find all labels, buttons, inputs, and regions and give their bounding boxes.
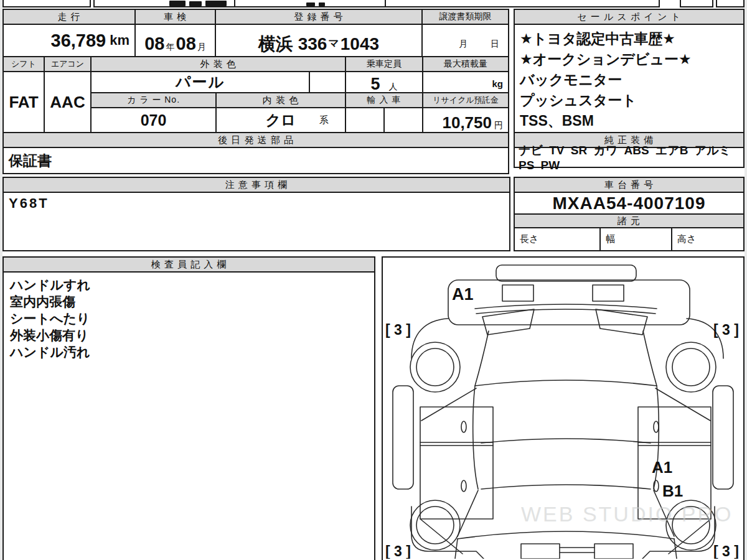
- aircon-label: エアコン: [51, 58, 84, 70]
- inspection-month-unit: 月: [197, 42, 206, 53]
- cutoff-text-fragment: [189, 1, 202, 6]
- diagram-seat-line-rear: [481, 485, 651, 489]
- spec-width-label: 幅: [606, 233, 615, 245]
- mileage-header: 走 行: [2, 9, 136, 25]
- specs-label: 諸 元: [618, 215, 641, 227]
- inspector-item: 室内内張傷: [10, 293, 368, 310]
- import-value-cell-right: [383, 107, 423, 133]
- inspector-item: シートへたり: [10, 310, 368, 327]
- mileage-label: 走 行: [57, 11, 80, 23]
- inspector-item: ハンドル汚れ: [10, 343, 368, 360]
- import-value-cell-left: [345, 107, 385, 133]
- max-load-value-cell: kg: [422, 71, 509, 93]
- cutoff-text-fragment: [205, 1, 227, 6]
- diagram-door-handle: [461, 421, 466, 432]
- diagram-hood-panel: [448, 280, 690, 325]
- aircon-header: エアコン: [44, 56, 92, 72]
- notes-box: Y68T: [2, 192, 510, 251]
- diagram-fender-left: [411, 319, 448, 358]
- recycle-fee-value: 10,750: [442, 113, 492, 133]
- sales-points-header: セ ー ル ス ポ イ ン ト: [514, 9, 745, 25]
- car-diagram-box: WEB STUDIO PRO A1 [ 3 ] [ 3 ] A1 B1 [ 3 …: [382, 256, 745, 560]
- recycle-fee-unit: 円: [494, 120, 503, 131]
- diagram-wheel-front-right: [666, 342, 716, 392]
- inspection-month: 08: [176, 34, 196, 54]
- cutoff-row-cell: [2, 0, 91, 7]
- diagram-mark-corner-rear-left: [ 3 ]: [385, 543, 411, 559]
- auction-sheet: 走 行 車 検 登 録 番 号 譲渡書類期限 36,789 km 08 年 08…: [0, 0, 747, 560]
- diagram-wiper-left: [482, 309, 534, 335]
- inspector-item: ハンドルすれ: [10, 276, 368, 293]
- interior-color-suffix: 系: [319, 114, 329, 126]
- cutoff-row-cell: [716, 0, 745, 7]
- import-header: 輸 入 車: [345, 92, 423, 108]
- aircon-value: AAC: [50, 93, 85, 112]
- spec-height-label: 高さ: [677, 233, 696, 245]
- diagram-cabin-sides: [473, 386, 659, 489]
- inspection-value-cell: 08 年 08 月: [134, 24, 216, 57]
- diagram-mark-front-a1: A1: [452, 285, 474, 304]
- chassis-value-cell: MXAA54-4007109: [514, 192, 745, 215]
- cutoff-row-cell: [385, 0, 660, 7]
- sales-point-item: ★オークションデビュー★: [520, 49, 738, 70]
- inspection-year-unit: 年: [166, 42, 175, 53]
- sales-point-item: プッシュスタート: [520, 90, 738, 111]
- inspector-label: 検 査 員 記 入 欄: [151, 259, 227, 271]
- spec-length-cell: 長さ: [514, 227, 602, 251]
- registration-label: 登 録 番 号: [294, 11, 344, 23]
- shift-value-cell: FAT: [2, 71, 45, 133]
- capacity-value: 5: [370, 75, 380, 94]
- diagram-door-handle: [461, 480, 466, 492]
- mileage-unit: km: [110, 32, 129, 49]
- inspection-header: 車 検: [134, 9, 216, 25]
- recycle-fee-value-cell: 10,750 円: [422, 107, 509, 133]
- diagram-cowl: [475, 304, 657, 314]
- notes-value: Y68T: [9, 195, 49, 212]
- transfer-docs-value-cell: 月 日: [421, 24, 509, 57]
- page-edge-right: [745, 0, 747, 560]
- diagram-a-pillar-right: [655, 388, 710, 421]
- transfer-docs-header: 譲渡書類期限: [421, 9, 509, 25]
- spec-length-label: 長さ: [520, 233, 538, 245]
- color-no-value: 070: [141, 111, 167, 129]
- interior-color-header: 内 装 色: [215, 92, 346, 108]
- cutoff-text-fragment: [319, 2, 325, 6]
- sales-point-item: ★トヨタ認定中古車歴★: [520, 29, 738, 49]
- inspector-header: 検 査 員 記 入 欄: [2, 256, 375, 273]
- transfer-docs-label: 譲渡書類期限: [439, 11, 492, 22]
- interior-color-label: 内 装 色: [263, 95, 299, 106]
- specs-header: 諸 元: [514, 213, 745, 228]
- sales-points-box: ★トヨタ認定中古車歴★ ★オークションデビュー★ バックモニター プッシュスター…: [514, 24, 745, 133]
- later-parts-label: 後 日 発 送 部 品: [218, 134, 294, 146]
- registration-header: 登 録 番 号: [215, 9, 423, 25]
- registration-kana: マ: [328, 36, 339, 50]
- sales-point-item: TSS、BSM: [520, 111, 738, 131]
- equipment-value-cell: ナビ TV SR カワ ABS エアB アルミ PS PW: [514, 147, 745, 168]
- cutoff-text-fragment: [169, 1, 186, 6]
- color-no-header: カ ラ ー No.: [90, 92, 217, 108]
- capacity-header: 乗車定員: [345, 56, 423, 72]
- diagram-headlight-right: [593, 285, 624, 301]
- diagram-mark-corner-front-left: [ 3 ]: [385, 322, 411, 338]
- shift-header: シフト: [2, 56, 45, 72]
- notes-label: 注 意 事 項 欄: [225, 179, 288, 191]
- capacity-value-cell: 5 人: [345, 71, 423, 93]
- exterior-color-label: 外 装 色: [200, 58, 236, 70]
- exterior-color-value: パール: [176, 72, 225, 92]
- diagram-rocker-right: [713, 386, 733, 489]
- capacity-unit: 人: [389, 82, 398, 93]
- max-load-unit: kg: [492, 78, 503, 89]
- diagram-wiper-right: [596, 309, 647, 335]
- registration-value-cell: 横浜 336 マ 1043: [215, 24, 423, 57]
- diagram-doors-left: [420, 407, 493, 519]
- equipment-value: ナビ TV SR カワ ABS エアB アルミ PS PW: [519, 142, 743, 172]
- diagram-front-bumper: [496, 265, 636, 281]
- spec-height-cell: 高さ: [671, 227, 745, 251]
- exterior-color-value-cell: パール: [90, 71, 310, 93]
- mileage-value-cell: 36,789 km: [2, 24, 136, 57]
- inspector-item: 外装小傷有り: [10, 327, 368, 343]
- interior-color-value: クロ: [265, 110, 296, 130]
- diagram-rear-deck-left: [521, 544, 560, 559]
- sales-point-item: バックモニター: [520, 70, 738, 90]
- max-load-label: 最大積載量: [444, 58, 487, 70]
